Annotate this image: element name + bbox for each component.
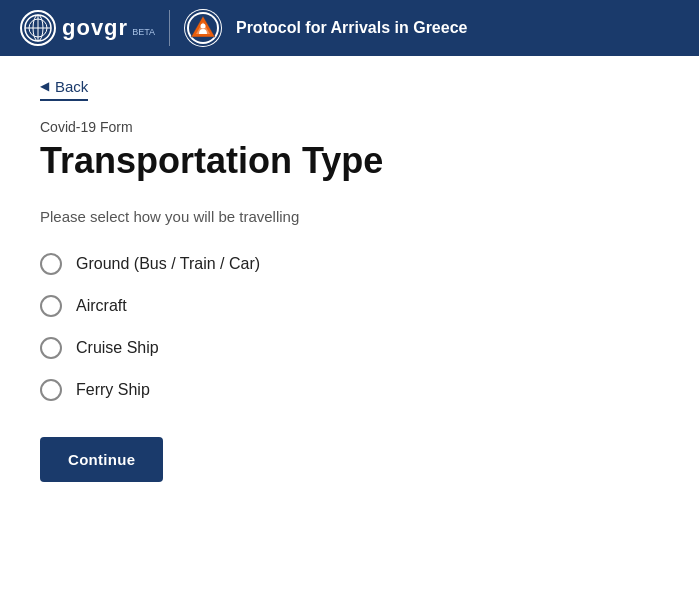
gov-logo: govgrBETA	[20, 10, 155, 46]
civil-protection-icon	[184, 9, 222, 47]
header-divider	[169, 10, 170, 46]
site-header: govgrBETA Protocol for Arrivals in Greec…	[0, 0, 699, 56]
beta-label: BETA	[132, 27, 155, 37]
description-text: Please select how you will be travelling	[40, 208, 659, 225]
gov-emblem-icon	[20, 10, 56, 46]
svg-point-10	[200, 24, 205, 29]
page-title: Transportation Type	[40, 141, 659, 181]
option-ferry[interactable]: Ferry Ship	[40, 379, 659, 401]
govgr-wordmark: govgrBETA	[62, 15, 155, 41]
govgr-label: govgr	[62, 15, 128, 41]
option-aircraft-label: Aircraft	[76, 297, 127, 315]
header-title: Protocol for Arrivals in Greece	[236, 19, 467, 37]
option-cruise[interactable]: Cruise Ship	[40, 337, 659, 359]
transportation-options: Ground (Bus / Train / Car) Aircraft Crui…	[40, 253, 659, 401]
continue-button[interactable]: Continue	[40, 437, 163, 482]
option-aircraft[interactable]: Aircraft	[40, 295, 659, 317]
back-link[interactable]: ◀ Back	[40, 78, 88, 101]
back-arrow-icon: ◀	[40, 79, 49, 93]
main-content: ◀ Back Covid-19 Form Transportation Type…	[0, 56, 699, 522]
option-ground[interactable]: Ground (Bus / Train / Car)	[40, 253, 659, 275]
option-ground-label: Ground (Bus / Train / Car)	[76, 255, 260, 273]
form-label: Covid-19 Form	[40, 119, 659, 135]
option-ferry-label: Ferry Ship	[76, 381, 150, 399]
option-cruise-label: Cruise Ship	[76, 339, 159, 357]
back-label: Back	[55, 78, 88, 95]
radio-ground[interactable]	[40, 253, 62, 275]
radio-ferry[interactable]	[40, 379, 62, 401]
radio-cruise[interactable]	[40, 337, 62, 359]
radio-aircraft[interactable]	[40, 295, 62, 317]
